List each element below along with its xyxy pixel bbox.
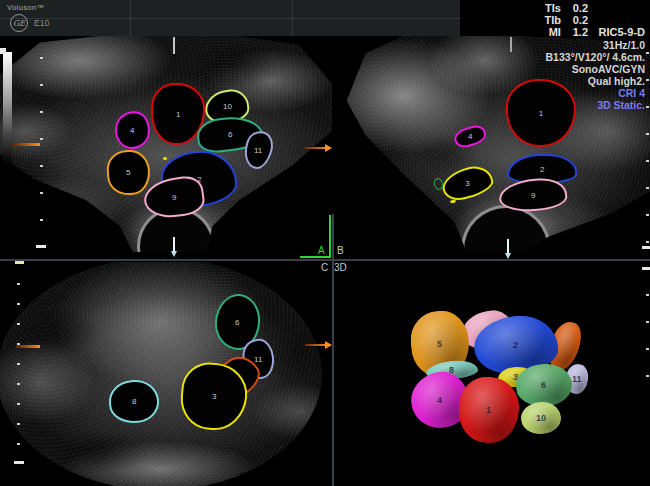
- small-mark: [450, 200, 456, 204]
- us-plane-c[interactable]: 611738: [0, 262, 332, 486]
- follicle-number: 8: [132, 397, 136, 406]
- follicle-b-3: 3: [439, 162, 496, 203]
- depth-tick: [646, 187, 649, 189]
- mi-row: MI 1.2: [536, 26, 588, 38]
- follicle-number: 10: [223, 102, 232, 111]
- midline-tick-a: [173, 37, 175, 54]
- depth-tick: [40, 219, 43, 221]
- quadrant-label-c[interactable]: C: [321, 262, 328, 273]
- param-3d-static: 3D Static.: [546, 99, 645, 111]
- depth-tick: [17, 363, 20, 365]
- ref-line-arrow-a[interactable]: [171, 237, 177, 259]
- follicle-number: 11: [254, 146, 262, 155]
- follicle-number: 2: [513, 340, 518, 350]
- depth-tick: [17, 403, 20, 405]
- depth-tick: [40, 192, 43, 194]
- depth-tick: [17, 303, 20, 305]
- param-angles: B133°/V120°/ 4.6cm.: [546, 51, 645, 63]
- depth-tick: [17, 283, 20, 285]
- depth-tick: [40, 165, 43, 167]
- follicle-number: 5: [437, 339, 442, 349]
- depth-tick: [17, 323, 20, 325]
- ref-line-arrow-b[interactable]: [505, 239, 511, 261]
- depth-tick: [642, 246, 650, 249]
- follicle-number: 5: [126, 168, 130, 177]
- header-divider-2: [292, 0, 293, 36]
- probe-label: RIC5-9-D: [599, 26, 645, 38]
- acquisition-params: 31Hz/1.0 B133°/V120°/ 4.6cm. SonoAVC/GYN…: [546, 39, 645, 111]
- us-plane-a[interactable]: 1104611529: [0, 36, 332, 252]
- param-cri: CRI 4: [546, 87, 645, 99]
- depth-tick: [40, 111, 43, 113]
- depth-tick: [646, 52, 649, 54]
- tib-row: TIb 0.2: [536, 14, 588, 26]
- render3d-follicle-10: 10: [520, 401, 562, 436]
- follicle-number: 4: [130, 125, 134, 134]
- follicle-b-9: 9: [498, 177, 568, 214]
- active-quadrant-border-horizontal: [300, 256, 331, 258]
- follicle-number: 6: [235, 317, 239, 326]
- focus-marker-left-c[interactable]: [16, 345, 40, 348]
- follicle-number: 4: [437, 395, 442, 405]
- grayscale-bar: [3, 52, 12, 164]
- follicle-a-4: 4: [112, 109, 152, 152]
- render3d-follicle-1: 1: [457, 375, 520, 444]
- header-divider-1: [130, 0, 131, 36]
- depth-tick: [646, 294, 649, 296]
- header-bar: Voluson™ GE E10: [0, 0, 460, 36]
- follicle-number: 1: [539, 109, 543, 118]
- ultrasound-screen: Voluson™ GE E10 TIs 0.2 TIb 0.2 MI 1.2 R…: [0, 0, 650, 486]
- follicle-number: 11: [254, 355, 262, 364]
- depth-tick: [646, 133, 649, 135]
- quadrant-label-3d[interactable]: 3D: [334, 262, 347, 273]
- follicle-number: 3: [212, 391, 216, 400]
- follicle-a-9: 9: [142, 174, 207, 221]
- focus-arrow-right-c[interactable]: [305, 341, 332, 349]
- midline-tick-b: [510, 37, 512, 52]
- small-mark: [163, 157, 167, 160]
- depth-tick: [40, 84, 43, 86]
- header-divider-horizontal: [0, 18, 460, 19]
- depth-tick: [40, 57, 43, 59]
- follicle-number: 2: [540, 165, 544, 174]
- param-mode: SonoAVC/GYN: [546, 63, 645, 75]
- tis-row: TIs 0.2: [536, 2, 588, 14]
- depth-tick: [17, 443, 20, 445]
- exposure-indices: TIs 0.2 TIb 0.2 MI 1.2: [536, 2, 588, 38]
- depth-tick: [646, 241, 649, 243]
- follicle-number: 10: [536, 413, 546, 423]
- follicle-number: 9: [531, 191, 535, 200]
- param-quality: Qual high2.: [546, 75, 645, 87]
- depth-tick: [36, 245, 46, 248]
- follicle-number: 6: [228, 130, 232, 139]
- active-quadrant-border-vertical: [329, 215, 331, 257]
- depth-tick: [40, 138, 43, 140]
- depth-tick: [646, 214, 649, 216]
- depth-tick: [646, 79, 649, 81]
- grayscale-top-mark: [0, 48, 6, 54]
- follicle-number: 1: [486, 405, 491, 415]
- follicle-a-5: 5: [105, 148, 151, 196]
- brand-voluson: Voluson™: [7, 3, 44, 12]
- model-label: E10: [34, 18, 49, 28]
- quad-divider-vertical: [332, 214, 334, 486]
- follicle-number: 9: [172, 193, 176, 202]
- focus-marker-left-a[interactable]: [12, 143, 40, 146]
- depth-tick: [17, 383, 20, 385]
- focus-arrow-right-a[interactable]: [305, 144, 332, 152]
- ge-logo-icon: GE: [10, 14, 28, 32]
- follicle-b-4: 4: [452, 122, 488, 149]
- depth-tick: [642, 267, 650, 270]
- quadrant-label-a[interactable]: A: [318, 245, 325, 256]
- depth-tick: [15, 261, 24, 264]
- depth-tick: [17, 423, 20, 425]
- depth-tick: [646, 106, 649, 108]
- quad-divider-horizontal: [0, 259, 650, 261]
- render-3d[interactable]: 952831164110: [334, 262, 650, 486]
- depth-tick: [646, 348, 649, 350]
- quadrant-label-b[interactable]: B: [337, 245, 344, 256]
- follicle-number: 6: [541, 380, 546, 390]
- depth-tick: [14, 461, 24, 464]
- follicle-c-8: 8: [107, 377, 161, 424]
- depth-tick: [646, 160, 649, 162]
